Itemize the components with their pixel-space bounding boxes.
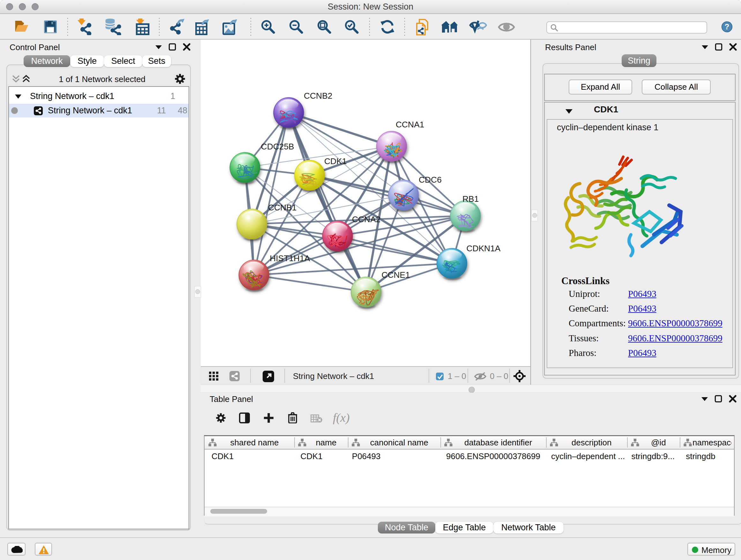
- svg-text:CDK1: CDK1: [324, 157, 347, 166]
- svg-text:CCNA1: CCNA1: [396, 120, 424, 129]
- svg-text:RB1: RB1: [462, 194, 479, 204]
- svg-text:?: ?: [725, 22, 730, 31]
- svg-text:CCNB1: CCNB1: [268, 203, 296, 212]
- svg-text:CDC6: CDC6: [419, 175, 442, 185]
- svg-text:CCNB2: CCNB2: [304, 91, 332, 101]
- svg-text:HIST1H1A: HIST1H1A: [270, 253, 310, 263]
- svg-text:CCNA2: CCNA2: [352, 214, 381, 224]
- svg-text:CDKN1A: CDKN1A: [466, 244, 500, 253]
- svg-text:CCNE1: CCNE1: [381, 270, 410, 280]
- svg-text:CDC25B: CDC25B: [261, 142, 294, 151]
